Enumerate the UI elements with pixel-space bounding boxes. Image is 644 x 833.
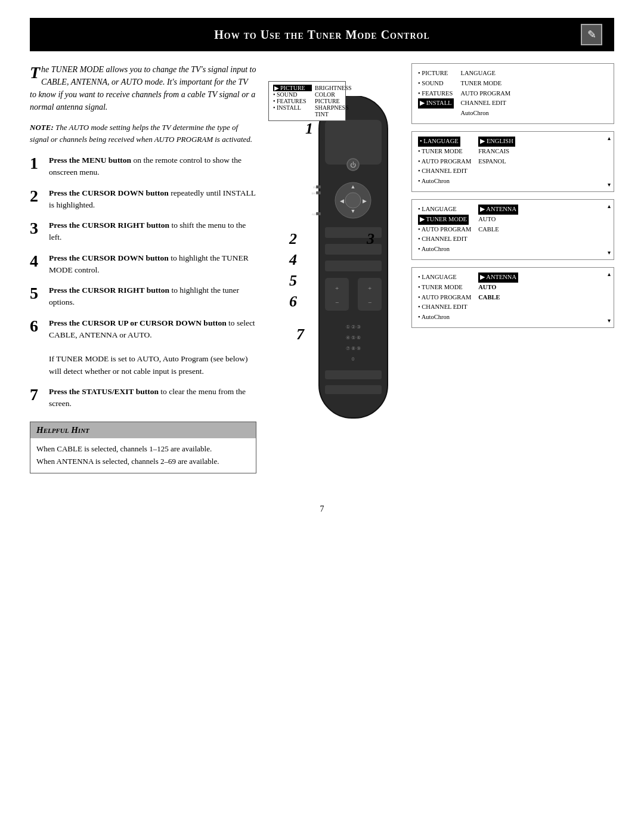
menu-sharpness: SHARPNESS (315, 104, 352, 111)
svg-text:AUX: AUX (312, 213, 318, 216)
ms5-cable-bold: CABLE (478, 293, 518, 303)
note-paragraph: NOTE: The AUTO mode setting helps the TV… (30, 122, 256, 145)
menu-screen-5: • LANGUAGE • TUNER MODE • AUTO PROGRAM •… (411, 267, 614, 328)
ms3-tunermode: • TUNER MODE (418, 147, 471, 157)
ms3-espanol: ESPANOL (478, 157, 515, 167)
svg-text:+: + (368, 284, 371, 292)
step-num-5-overlay: 5 (289, 272, 297, 290)
step-6: 6 Press the CURSOR UP or CURSOR DOWN but… (30, 317, 256, 377)
step-num-6a-overlay: 6 (289, 293, 297, 311)
svg-text:① ② ③: ① ② ③ (346, 324, 361, 330)
ms2-features: • FEATURES (418, 89, 454, 99)
menu-panel-step1: ▶ PICTURE • SOUND • FEATURES • INSTALL B… (268, 81, 346, 121)
step-2-content: Press the CURSOR DOWN button repeatedly … (49, 187, 256, 212)
menu-screen-3: • LANGUAGE • TUNER MODE • AUTO PROGRAM •… (411, 131, 614, 192)
ms4-language: • LANGUAGE (418, 205, 471, 215)
step-5: 5 Press the CURSOR RIGHT button to highl… (30, 284, 256, 309)
page-title: How to Use the Tuner Mode Control (63, 28, 581, 42)
ms5-arrow-down: ▾ (608, 316, 611, 326)
step-5-number: 5 (30, 284, 43, 303)
menu-item-picture-hl: ▶ PICTURE (273, 85, 312, 91)
menu-item-features: • FEATURES (273, 98, 312, 104)
menu-screen-5-left: • LANGUAGE • TUNER MODE • AUTO PROGRAM •… (418, 272, 471, 323)
menu-screen-3-content: • LANGUAGE • TUNER MODE • AUTO PROGRAM •… (418, 137, 608, 187)
ms3-arrow-up: ▴ (608, 134, 611, 143)
main-content: The TUNER MODE allows you to change the … (30, 63, 614, 481)
remote-control: ⏻ ▲ ▼ ◀ ▶ (310, 96, 397, 444)
svg-text:⑦ ⑧ ⑨: ⑦ ⑧ ⑨ (346, 346, 361, 351)
ms4-antenna-hl: ▶ ANTENNA (478, 205, 518, 215)
step-7-bold: Press the STATUS/EXIT button (49, 387, 159, 396)
ms5-auto-bold: AUTO (478, 283, 518, 293)
step-7: 7 Press the STATUS/EXIT button to clear … (30, 386, 256, 410)
ms5-autochron: • AutoChron (418, 312, 471, 323)
ms4-channedit: • CHANNEL EDIT (418, 234, 471, 244)
step-5-bold: Press the CURSOR RIGHT button (49, 286, 169, 295)
menu-screen-5-right: ▶ ANTENNA AUTO CABLE (478, 272, 518, 323)
ms4-tunermode-hl: ▶ TUNER MODE (418, 215, 469, 225)
step-5-content: Press the CURSOR RIGHT button to highlig… (49, 284, 256, 309)
step-6-content: Press the CURSOR UP or CURSOR DOWN butto… (49, 317, 256, 377)
steps-list: 1 Press the MENU button on the remote co… (30, 154, 256, 410)
menu-screen-2: • PICTURE • SOUND • FEATURES ▶ INSTALL L… (411, 63, 614, 124)
ms2-install-hl: ▶ INSTALL (418, 98, 454, 109)
ms3-arrow-down: ▾ (608, 180, 611, 190)
menu-item-sound: • SOUND (273, 91, 312, 98)
ms4-arrow-down: ▾ (608, 248, 611, 258)
right-panels: • PICTURE • SOUND • FEATURES ▶ INSTALL L… (411, 63, 614, 481)
menu-screen-4-right: ▶ ANTENNA AUTO CABLE (478, 205, 518, 255)
step-1-bold: Press the MENU button (49, 156, 131, 165)
intro-paragraph: The TUNER MODE allows you to change the … (30, 63, 256, 113)
svg-text:DVD: DVD (312, 192, 318, 195)
ms4-arrow-up: ▴ (608, 202, 611, 211)
ms2-channedit: CHANNEL EDIT (461, 98, 511, 109)
menu-screen-2-left: • PICTURE • SOUND • FEATURES ▶ INSTALL (418, 69, 454, 119)
svg-text:◀: ◀ (340, 198, 344, 204)
step-2: 2 Press the CURSOR DOWN button repeatedl… (30, 187, 256, 212)
step-num-2-overlay: 2 (289, 230, 297, 248)
step-num-3-overlay: 3 (367, 230, 374, 248)
ms5-antenna-hl: ▶ ANTENNA (478, 272, 518, 283)
svg-text:▶: ▶ (363, 198, 367, 204)
svg-text:0: 0 (352, 357, 354, 362)
hint-item-2: When ANTENNA is selected, channels 2–69 … (36, 456, 250, 468)
step-num-4-overlay: 4 (289, 251, 297, 269)
ms3-autochron: • AutoChron (418, 176, 471, 187)
step-4-content: Press the CURSOR DOWN button to highligh… (49, 252, 256, 277)
step-1-content: Press the MENU button on the remote cont… (49, 154, 256, 179)
ms5-language: • LANGUAGE (418, 272, 471, 283)
page-number: 7 (30, 504, 614, 514)
step-2-bold: Press the CURSOR DOWN button (49, 188, 169, 197)
ms4-cable: CABLE (478, 225, 518, 235)
svg-text:+: + (335, 284, 339, 292)
step-num-7-overlay: 7 (296, 326, 304, 343)
ms4-auto: AUTO (478, 215, 518, 225)
menu-color: COLOR (315, 91, 352, 98)
ms2-autochron: AutoChron (461, 109, 511, 119)
ms3-francais: FRANCAIS (478, 147, 515, 157)
svg-rect-2 (325, 120, 382, 165)
helpful-hint-title: Helpful Hint (30, 422, 256, 438)
svg-text:▼: ▼ (351, 208, 356, 214)
ms2-sound: • SOUND (418, 79, 454, 89)
svg-text:④ ⑤ ⑥: ④ ⑤ ⑥ (346, 335, 361, 340)
menu-screen-2-right: LANGUAGE TUNER MODE AUTO PROGRAM CHANNEL… (461, 69, 511, 119)
menu-brightness: BRIGHTNESS (315, 85, 352, 91)
ms3-language-hl: • LANGUAGE (418, 137, 460, 147)
menu-screen-4-left: • LANGUAGE ▶ TUNER MODE • AUTO PROGRAM •… (418, 205, 471, 255)
svg-text:⏻: ⏻ (350, 162, 356, 168)
step-3-content: Press the CURSOR RIGHT button to shift t… (49, 219, 256, 244)
hint-item-1: When CABLE is selected, channels 1–125 a… (36, 443, 250, 456)
ms5-channedit: • CHANNEL EDIT (418, 302, 471, 312)
helpful-hint-body: When CABLE is selected, channels 1–125 a… (30, 438, 256, 473)
step-3: 3 Press the CURSOR RIGHT button to shift… (30, 219, 256, 244)
ms4-autoprog: • AUTO PROGRAM (418, 225, 471, 235)
step-num-1-overlay: 1 (305, 120, 313, 138)
header-icon: ✎ (581, 24, 602, 45)
ms2-language: LANGUAGE (461, 69, 511, 79)
ms2-autoprog: AUTO PROGRAM (461, 89, 511, 99)
step-4-number: 4 (30, 252, 43, 271)
menu-screen-5-content: • LANGUAGE • TUNER MODE • AUTO PROGRAM •… (418, 272, 608, 323)
step-2-number: 2 (30, 187, 43, 206)
ms3-channedit: • CHANNEL EDIT (418, 166, 471, 176)
